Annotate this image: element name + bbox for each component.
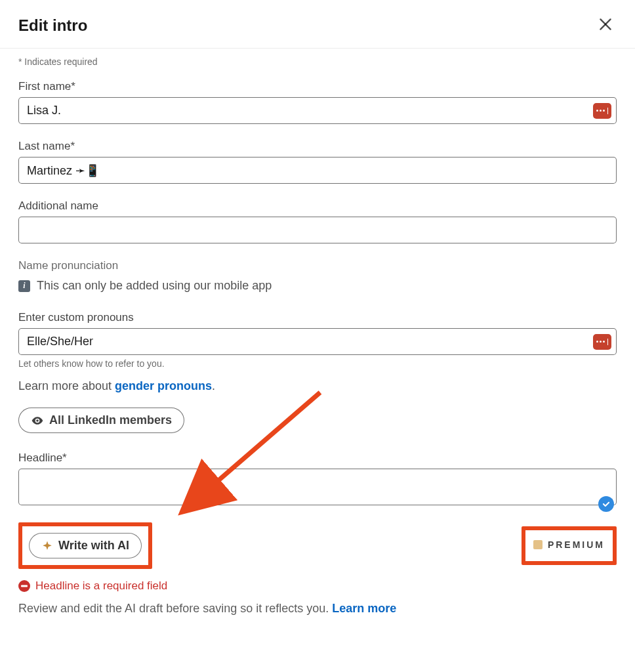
- pronunciation-info-text: This can only be added using our mobile …: [37, 279, 272, 293]
- pronouns-hint: Let others know how to refer to you.: [18, 358, 617, 369]
- edit-intro-modal: Edit intro * Indicates required First na…: [0, 0, 635, 634]
- sparkle-icon: [41, 540, 53, 552]
- modal-title: Edit intro: [18, 16, 87, 35]
- headline-group: Headline* ⋰: [18, 452, 617, 616]
- error-icon: [18, 580, 30, 592]
- visibility-label: All LinkedIn members: [49, 413, 172, 427]
- eye-icon: [31, 414, 44, 427]
- highlight-box-premium: PREMIUM: [522, 526, 617, 565]
- pronouns-input-wrap: [18, 328, 617, 355]
- review-line: Review and edit the AI draft before savi…: [18, 602, 617, 616]
- write-with-ai-button[interactable]: Write with AI: [29, 533, 142, 558]
- headline-error-text: Headline is a required field: [35, 579, 167, 593]
- first-name-input[interactable]: [18, 97, 617, 124]
- info-icon: i: [18, 280, 30, 292]
- review-prefix: Review and edit the AI draft before savi…: [18, 602, 332, 615]
- additional-name-label: Additional name: [18, 200, 617, 213]
- modal-body: * Indicates required First name* Last na…: [0, 49, 635, 634]
- first-name-label: First name*: [18, 80, 617, 93]
- first-name-input-wrap: [18, 97, 617, 124]
- pronouns-label: Enter custom pronouns: [18, 311, 617, 324]
- close-button[interactable]: [594, 13, 617, 37]
- password-manager-icon[interactable]: [593, 334, 611, 350]
- highlight-box-ai: Write with AI: [18, 522, 152, 569]
- last-name-input[interactable]: [18, 157, 617, 184]
- pronouns-input[interactable]: [18, 328, 617, 355]
- headline-input[interactable]: [18, 469, 617, 505]
- pronouns-learn-line: Learn more about gender pronouns.: [18, 379, 617, 393]
- headline-error: Headline is a required field: [18, 579, 617, 593]
- learn-more-link[interactable]: Learn more: [332, 602, 396, 615]
- pronouns-learn-prefix: Learn more about: [18, 379, 115, 392]
- premium-label: PREMIUM: [548, 539, 605, 550]
- close-icon: [597, 16, 614, 35]
- headline-textarea-wrap: ⋰: [18, 469, 617, 508]
- pronunciation-label: Name pronunciation: [18, 259, 617, 272]
- pronouns-learn-suffix: .: [212, 379, 215, 392]
- headline-label: Headline*: [18, 452, 617, 465]
- premium-tag: PREMIUM: [533, 539, 605, 550]
- first-name-group: First name*: [18, 80, 617, 124]
- pronunciation-section: Name pronunciation i This can only be ad…: [18, 259, 617, 293]
- pronouns-group: Enter custom pronouns Let others know ho…: [18, 311, 617, 369]
- gender-pronouns-link[interactable]: gender pronouns: [115, 379, 212, 392]
- last-name-group: Last name*: [18, 140, 617, 184]
- ai-row: Write with AI PREMIUM: [18, 522, 617, 569]
- premium-square-icon: [533, 540, 543, 549]
- last-name-label: Last name*: [18, 140, 617, 153]
- password-manager-icon[interactable]: [593, 103, 611, 119]
- additional-name-group: Additional name: [18, 200, 617, 243]
- pronunciation-info: i This can only be added using our mobil…: [18, 279, 617, 293]
- checkmark-badge-icon: [598, 496, 614, 512]
- ai-button-label: Write with AI: [58, 539, 129, 553]
- modal-header: Edit intro: [0, 0, 635, 49]
- required-note: * Indicates required: [18, 56, 617, 67]
- visibility-button[interactable]: All LinkedIn members: [18, 408, 184, 433]
- additional-name-input[interactable]: [18, 217, 617, 243]
